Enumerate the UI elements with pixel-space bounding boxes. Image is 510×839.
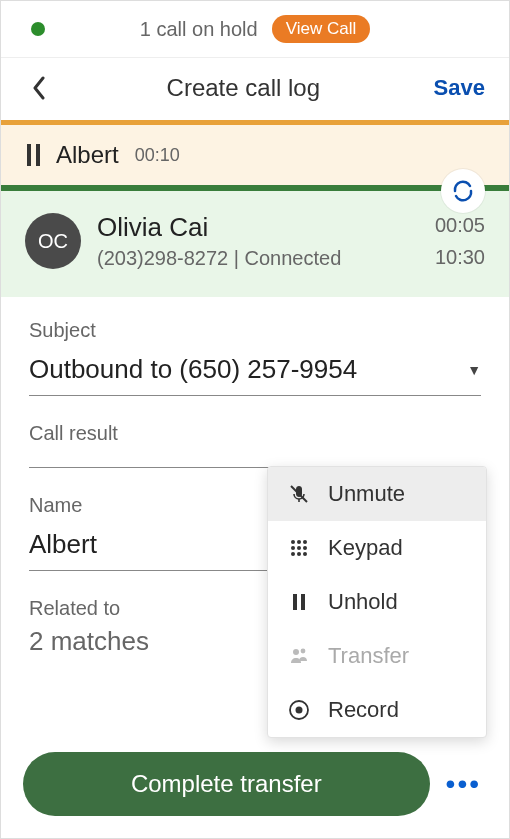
menu-item-record[interactable]: Record xyxy=(268,683,486,737)
menu-item-label: Unhold xyxy=(328,589,398,615)
subject-label: Subject xyxy=(29,319,481,342)
footer: Complete transfer ••• xyxy=(1,738,509,838)
svg-point-10 xyxy=(303,552,307,556)
menu-item-label: Record xyxy=(328,697,399,723)
pause-icon xyxy=(27,144,40,166)
menu-item-label: Unmute xyxy=(328,481,405,507)
svg-point-5 xyxy=(291,546,295,550)
screen-header: Create call log Save xyxy=(1,58,509,120)
status-dot-icon xyxy=(31,22,45,36)
active-call-row: OC Olivia Cai (203)298-8272 | Connected … xyxy=(1,191,509,297)
held-call-row[interactable]: Albert 00:10 xyxy=(1,125,509,185)
back-button[interactable] xyxy=(25,74,53,102)
sync-icon xyxy=(450,178,476,204)
call-duration: 00:05 xyxy=(435,209,485,241)
caller-info: Olivia Cai (203)298-8272 | Connected xyxy=(97,212,435,270)
call-clock: 10:30 xyxy=(435,241,485,273)
svg-point-4 xyxy=(303,540,307,544)
more-actions-button[interactable]: ••• xyxy=(440,768,487,800)
caller-name: Olivia Cai xyxy=(97,212,435,243)
chevron-left-icon xyxy=(32,76,46,100)
menu-item-label: Keypad xyxy=(328,535,403,561)
sync-button[interactable] xyxy=(441,169,485,213)
page-title: Create call log xyxy=(167,74,320,102)
save-button[interactable]: Save xyxy=(434,75,485,101)
svg-point-6 xyxy=(297,546,301,550)
call-result-field[interactable]: Call result xyxy=(29,422,481,468)
menu-item-unmute[interactable]: Unmute xyxy=(268,467,486,521)
call-result-label: Call result xyxy=(29,422,481,445)
svg-point-3 xyxy=(297,540,301,544)
menu-item-label: Transfer xyxy=(328,643,409,669)
subject-value: Outbound to (650) 257-9954 xyxy=(29,354,357,385)
transfer-icon xyxy=(286,643,312,669)
complete-transfer-button[interactable]: Complete transfer xyxy=(23,752,430,816)
held-call-duration: 00:10 xyxy=(135,145,180,166)
held-call-name: Albert xyxy=(56,141,119,169)
call-actions-menu: Unmute Keypad Unhold Transfer xyxy=(267,466,487,738)
menu-item-keypad[interactable]: Keypad xyxy=(268,521,486,575)
caller-phone: (203)298-8272 xyxy=(97,247,228,269)
svg-rect-11 xyxy=(293,594,297,610)
mic-off-icon xyxy=(286,481,312,507)
pause-icon xyxy=(286,589,312,615)
svg-point-16 xyxy=(296,707,303,714)
caller-subline: (203)298-8272 | Connected xyxy=(97,247,435,270)
chevron-down-icon: ▼ xyxy=(467,362,481,378)
name-value: Albert xyxy=(29,529,97,560)
call-timers: 00:05 10:30 xyxy=(435,209,485,273)
record-icon xyxy=(286,697,312,723)
view-call-button[interactable]: View Call xyxy=(272,15,371,43)
subject-field[interactable]: Subject Outbound to (650) 257-9954 ▼ xyxy=(29,319,481,396)
svg-point-13 xyxy=(293,649,299,655)
menu-item-unhold[interactable]: Unhold xyxy=(268,575,486,629)
hold-banner: 1 call on hold View Call xyxy=(1,1,509,58)
avatar: OC xyxy=(25,213,81,269)
svg-point-9 xyxy=(297,552,301,556)
related-to-value: 2 matches xyxy=(29,626,149,656)
keypad-icon xyxy=(286,535,312,561)
menu-item-transfer: Transfer xyxy=(268,629,486,683)
hold-banner-text: 1 call on hold xyxy=(140,18,258,41)
avatar-initials: OC xyxy=(38,230,68,253)
svg-point-8 xyxy=(291,552,295,556)
caller-status: Connected xyxy=(245,247,342,269)
svg-point-7 xyxy=(303,546,307,550)
svg-point-14 xyxy=(301,649,306,654)
svg-rect-12 xyxy=(301,594,305,610)
svg-point-2 xyxy=(291,540,295,544)
app-root: 1 call on hold View Call Create call log… xyxy=(0,0,510,839)
